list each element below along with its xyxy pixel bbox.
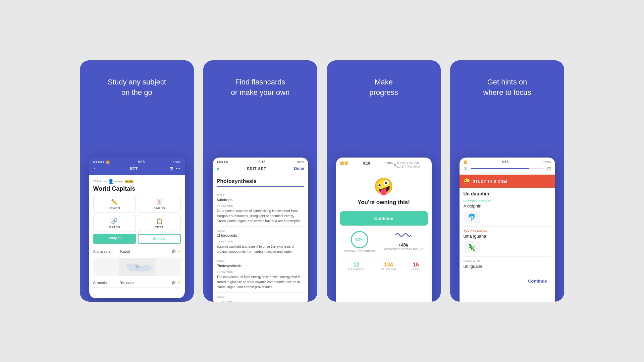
- vocab-icons-2: 🔊 ★: [171, 280, 181, 285]
- test-label: TEST: [155, 226, 163, 229]
- term-text-2: Chloroplasts: [217, 233, 304, 237]
- mastered-label: MASTERED: [348, 268, 365, 271]
- test-icon: 📋: [156, 218, 163, 224]
- battery-4: 100%: [543, 161, 551, 164]
- nav-title-2: EDIT SET: [247, 167, 266, 171]
- term-row-3: TERM Photosynthesis DEFINITION The conve…: [217, 257, 304, 293]
- more-icon: ···: [176, 166, 181, 171]
- bookmark-icon: ⊡: [169, 166, 174, 171]
- time-3: 8:18: [363, 162, 370, 165]
- set-meta: 219 terms 👤 valeryi PLUS: [93, 179, 181, 184]
- study-buttons: Study all Study It: [93, 234, 181, 244]
- close-icon: ✕: [393, 162, 397, 168]
- feature-cards-container: Study any subjecton the go 📶 8:18 100% ←…: [66, 47, 578, 315]
- edit-set-name: Photosynthesis: [217, 178, 304, 187]
- continue-button[interactable]: Continue: [340, 211, 428, 226]
- study-it-button[interactable]: Study It: [138, 234, 181, 244]
- overall-label: OVERALL PROGRESS: [344, 250, 375, 253]
- def-label-more: DEFINITION: [217, 300, 304, 302]
- grid-icon: ⊞: [547, 166, 551, 171]
- done-button[interactable]: Done: [294, 166, 304, 171]
- def-text-3: The conversion of light energy to chemic…: [217, 275, 304, 290]
- close-icon-2: ✕: [464, 166, 468, 171]
- divider-1: [464, 226, 551, 227]
- term-text-1: Autotroph: [217, 198, 304, 202]
- goes-with-label: GOES WITH: [464, 259, 551, 262]
- study-modes: ✏️ LEARN 🃏 CARDS 🔗 MATCH 📋 TEST: [93, 196, 181, 232]
- term-row-1: TITLE Autotroph DEFINITION An organism c…: [217, 191, 304, 227]
- continue-row: Continue: [460, 275, 555, 287]
- cards-mode[interactable]: 🃏 CARDS: [138, 196, 181, 213]
- correct-answer-label: CORRECT ANSWER: [464, 199, 551, 202]
- edit-set-body: Photosynthesis TITLE Autotroph DEFINITIO…: [213, 175, 308, 302]
- vocab-term-1: Afghanistan: [93, 249, 118, 253]
- phone-mockup-flashcards: 8:18 100% ● EDIT SET Done Photosynthesis…: [213, 158, 308, 302]
- vocab-row-1: Afghanistan Kabul 🔊 ★: [93, 246, 181, 256]
- term-label-1: TITLE: [217, 194, 304, 197]
- goes-with-text: un iguane: [464, 264, 551, 269]
- vocab-def-2: Yerevan: [120, 281, 169, 285]
- map-container-1: [93, 258, 181, 276]
- feature-card-hints: Get hints onwhere to focus 📶 8:18 100% ✕…: [450, 60, 564, 302]
- learn-mode[interactable]: ✏️ LEARN: [93, 196, 136, 213]
- owning-text: You're owning this!: [340, 199, 428, 206]
- nav-title-1: SET: [129, 167, 138, 171]
- feature-card-progress: Makeprogress 📶 📶 8:18 100% ✕ RESULTS OF …: [327, 60, 441, 302]
- battery-1: 100%: [173, 161, 180, 164]
- improvement-label: IMPROVEMENT THIS ROUND: [383, 248, 424, 251]
- term-text-3: Photosynthesis: [217, 264, 304, 268]
- overall-progress-stat: 62% OVERALL PROGRESS: [344, 231, 375, 253]
- circle-icon: ●: [217, 166, 219, 171]
- studying-stat: 134 STUDYING: [381, 262, 396, 271]
- progress-emoji: 🤪: [340, 177, 428, 196]
- iguana-image: 🦎: [464, 241, 480, 253]
- answer-section: Un dauphin CORRECT ANSWER A dolphin 🐬 YO…: [460, 188, 555, 275]
- stats-row: 62% OVERALL PROGRESS +4% IMPROVEMENT THI…: [340, 231, 428, 253]
- mastered-stat: 12 MASTERED: [348, 262, 365, 271]
- learn-label: LEARN: [109, 206, 120, 210]
- term-label-4: TERM: [217, 295, 304, 298]
- plus-badge: PLUS: [125, 180, 134, 183]
- time-1: 8:18: [138, 160, 145, 164]
- sound-icon-2: 🔊: [171, 280, 176, 285]
- nav-flashcards: ● EDIT SET Done: [217, 166, 304, 171]
- back-arrow: ←: [93, 166, 98, 171]
- sound-icon: 🔊: [171, 249, 176, 253]
- vocab-def-1: Kabul: [120, 249, 169, 253]
- progress-body: 🤪 You're owning this! Continue 62% OVERA…: [336, 172, 432, 280]
- new-stat: 16 NEW: [413, 262, 419, 271]
- vocab-term-2: Armenia: [93, 281, 118, 285]
- continue-link[interactable]: Continue: [524, 277, 551, 285]
- term-label-2: TERM: [217, 229, 304, 232]
- time-2: 8:18: [259, 160, 265, 164]
- def-label-2: DEFINITION: [217, 240, 304, 243]
- improvement-value: +4%: [398, 242, 408, 248]
- status-bar-3: 📶 📶 8:18 100%: [340, 162, 393, 165]
- cards-label: CARDS: [153, 206, 165, 210]
- study-all-button[interactable]: Study all: [93, 234, 136, 244]
- def-label-3: DEFINITION: [217, 270, 304, 274]
- status-bar-2: 8:18 100%: [217, 160, 304, 164]
- studying-label: STUDYING: [381, 268, 396, 271]
- cards-icon: 🃏: [156, 199, 163, 205]
- results-title: RESULTS OF LAST ROUND: [397, 162, 424, 168]
- study-this-text: STUDY THIS ONE!: [473, 179, 507, 183]
- feature-title-progress: Makeprogress: [359, 77, 408, 98]
- new-label: NEW: [413, 268, 419, 271]
- match-mode[interactable]: 🔗 MATCH: [93, 215, 136, 232]
- wave-icon: [395, 231, 412, 241]
- def-label-1: DEFINITION: [217, 204, 304, 207]
- edit-set-header: 8:18 100% ● EDIT SET Done: [213, 158, 308, 175]
- mastered-value: 12: [348, 262, 365, 268]
- you-answered-text: uma iguana: [464, 234, 551, 239]
- results-nav: ✕ RESULTS OF LAST ROUND: [393, 162, 428, 168]
- vocab-row-2: Armenia Yerevan 🔊 ★: [93, 278, 181, 288]
- numbers-row: 12 MASTERED 134 STUDYING 16 NEW: [340, 258, 428, 274]
- progress-fill: [471, 168, 529, 169]
- studying-value: 134: [381, 262, 396, 268]
- improvement-stat: +4% IMPROVEMENT THIS ROUND: [383, 231, 424, 253]
- status-bar-4: 📶 8:18 100%: [464, 160, 551, 164]
- phone-body-study: 219 terms 👤 valeryi PLUS World Capitals …: [89, 175, 185, 291]
- feature-card-flashcards: Find flashcardsor make your own 8:18 100…: [203, 60, 317, 302]
- test-mode[interactable]: 📋 TEST: [138, 215, 181, 232]
